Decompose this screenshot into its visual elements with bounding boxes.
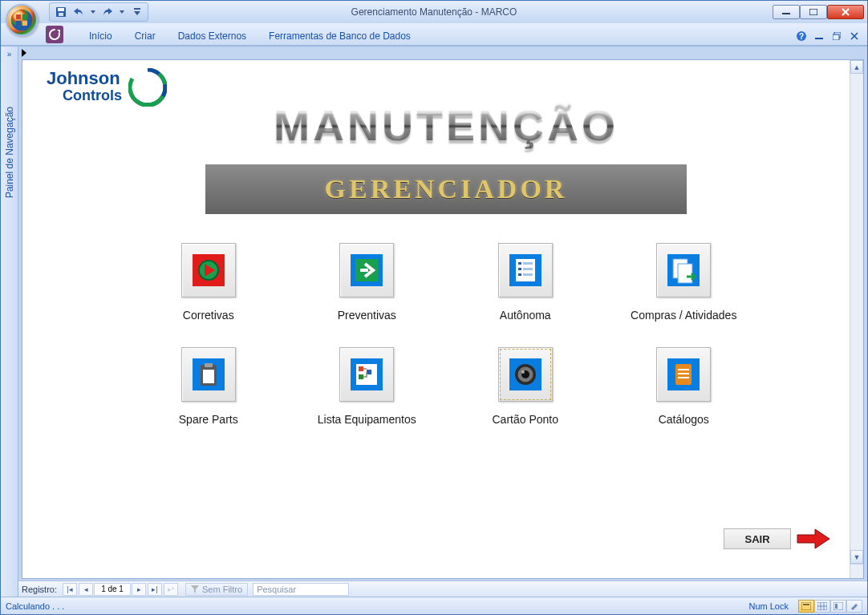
- svg-rect-39: [367, 370, 371, 374]
- dropdown-redo-icon[interactable]: [119, 6, 125, 18]
- nav-new-button[interactable]: ▸*: [164, 583, 178, 596]
- svg-rect-2: [22, 14, 27, 19]
- svg-point-45: [521, 370, 525, 374]
- company-logo: Johnson Controls: [47, 70, 122, 104]
- scroll-down-icon[interactable]: ▼: [850, 550, 863, 564]
- tile-spareparts-label: Spare Parts: [179, 413, 238, 426]
- filter-indicator[interactable]: Sem Filtro: [185, 583, 248, 596]
- scroll-up-icon[interactable]: ▲: [850, 60, 863, 74]
- ribbon-tab-inicio[interactable]: Início: [87, 27, 114, 45]
- qat-customize-icon[interactable]: [133, 6, 141, 18]
- view-design-icon[interactable]: [846, 600, 862, 613]
- svg-rect-1: [16, 14, 21, 19]
- mdi-close-icon[interactable]: [848, 30, 861, 42]
- undo-icon[interactable]: [72, 6, 85, 18]
- minimize-button[interactable]: [773, 5, 800, 19]
- svg-rect-55: [835, 604, 838, 609]
- exit-arrow-icon: [796, 527, 831, 551]
- logo-line2: Controls: [63, 87, 122, 104]
- view-form-icon[interactable]: [798, 600, 814, 613]
- svg-rect-50: [678, 377, 689, 378]
- svg-text:?: ?: [799, 32, 804, 41]
- svg-rect-30: [678, 264, 692, 283]
- svg-rect-10: [809, 9, 817, 15]
- svg-rect-23: [518, 268, 521, 270]
- svg-rect-33: [203, 370, 214, 383]
- svg-rect-3: [16, 21, 21, 26]
- svg-rect-22: [518, 262, 521, 265]
- svg-rect-48: [678, 369, 689, 370]
- ribbon-tab-ferramentas[interactable]: Ferramentas de Banco de Dados: [267, 27, 412, 45]
- mdi-minimize-icon[interactable]: [813, 30, 825, 42]
- help-icon[interactable]: ?: [795, 30, 808, 42]
- redo-icon[interactable]: [101, 6, 114, 18]
- tile-spareparts-button[interactable]: [181, 347, 236, 402]
- mdi-restore-icon[interactable]: [830, 30, 843, 42]
- scrollbar-corner: [850, 564, 863, 578]
- view-datasheet-icon[interactable]: [814, 600, 830, 613]
- page-subtitle-bar: GERENCIADOR: [205, 164, 687, 214]
- navpane-expand-icon[interactable]: »: [7, 50, 12, 59]
- record-navigator: Registro: |◂ ◂ ▸ ▸| ▸* Sem Filtro Pesqui…: [18, 581, 867, 597]
- app-refresh-icon[interactable]: [46, 26, 63, 43]
- tile-cartaoponto-label: Cartão Ponto: [493, 413, 559, 426]
- record-selector-icon[interactable]: [22, 49, 26, 57]
- svg-rect-54: [834, 602, 843, 610]
- svg-rect-8: [134, 8, 140, 10]
- ribbon-tab-dados[interactable]: Dados Externos: [176, 27, 248, 45]
- page-title: MANUTENÇÃO: [45, 100, 847, 150]
- exit-button[interactable]: SAIR: [724, 528, 791, 549]
- tile-preventivas-label: Preventivas: [338, 309, 396, 322]
- tile-equipamentos-button[interactable]: [339, 347, 394, 402]
- svg-rect-7: [59, 13, 63, 16]
- svg-rect-6: [58, 8, 64, 11]
- tile-corretivas-button[interactable]: [181, 243, 236, 297]
- tile-autonoma-label: Autônoma: [500, 309, 551, 322]
- main-form: Johnson Controls: [22, 59, 864, 579]
- vertical-scrollbar[interactable]: ▲ ▼: [850, 60, 863, 564]
- logo-line1: Johnson: [47, 70, 122, 87]
- tile-compras-button[interactable]: [656, 243, 711, 297]
- tile-preventivas-button[interactable]: [339, 243, 394, 297]
- svg-rect-13: [815, 38, 823, 39]
- svg-rect-4: [22, 21, 27, 26]
- tile-autonoma-button[interactable]: [498, 243, 553, 297]
- svg-rect-24: [518, 273, 521, 276]
- save-icon[interactable]: [55, 6, 67, 18]
- ribbon-tab-criar[interactable]: Criar: [133, 27, 157, 45]
- svg-rect-9: [782, 13, 790, 14]
- statusbar-message: Calculando . . .: [6, 601, 64, 611]
- svg-rect-37: [359, 366, 363, 371]
- page-subtitle: GERENCIADOR: [325, 174, 568, 204]
- nav-last-button[interactable]: ▸|: [148, 583, 162, 596]
- tile-compras-label: Compras / Atividades: [631, 309, 736, 322]
- navpane-label[interactable]: Painel de Navegação: [4, 107, 15, 198]
- nav-next-button[interactable]: ▸: [132, 583, 146, 596]
- svg-rect-26: [523, 268, 533, 270]
- dropdown-undo-icon[interactable]: [90, 6, 96, 18]
- close-button[interactable]: [827, 5, 864, 19]
- statusbar-numlock: Num Lock: [748, 601, 789, 611]
- svg-rect-25: [523, 262, 533, 265]
- maximize-button[interactable]: [800, 5, 827, 19]
- logo-swirl-icon: [128, 68, 167, 107]
- nav-first-button[interactable]: |◂: [63, 583, 77, 596]
- recordnav-label: Registro:: [22, 585, 57, 594]
- navigation-pane-collapsed[interactable]: » Painel de Navegação: [1, 47, 18, 597]
- nav-prev-button[interactable]: ◂: [79, 583, 93, 596]
- svg-rect-34: [205, 363, 213, 367]
- svg-rect-27: [523, 273, 533, 276]
- record-position-input[interactable]: [94, 583, 131, 596]
- form-tab-strip: [18, 47, 867, 59]
- tile-catalogos-button[interactable]: [656, 347, 711, 402]
- record-search-input[interactable]: Pesquisar: [253, 583, 349, 596]
- tile-equipamentos-label: Lista Equipamentos: [318, 413, 416, 426]
- filter-icon: [191, 585, 199, 593]
- view-layout-icon[interactable]: [830, 600, 846, 613]
- office-button[interactable]: [6, 4, 38, 36]
- view-switcher: [798, 600, 862, 613]
- quick-access-toolbar: [49, 2, 148, 22]
- svg-rect-15: [833, 34, 839, 40]
- tile-cartaoponto-button[interactable]: [498, 347, 553, 402]
- svg-point-0: [11, 10, 33, 31]
